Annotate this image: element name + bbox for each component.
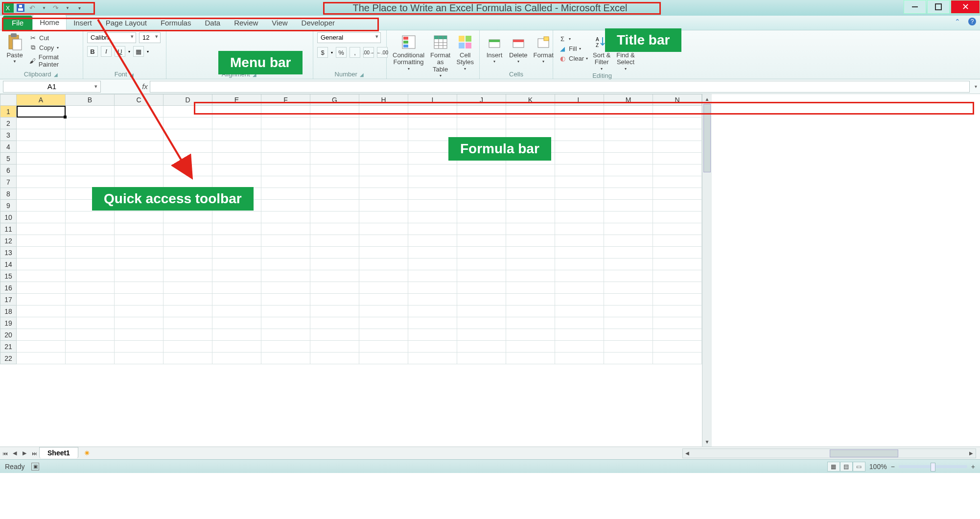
cell[interactable] [66,176,115,188]
cell[interactable] [653,353,702,364]
cell[interactable] [604,129,653,141]
underline-button[interactable]: U [115,46,125,57]
cell[interactable] [310,259,359,270]
sheet-tab-1[interactable]: Sheet1 [39,447,78,458]
cell[interactable] [163,176,212,188]
cell[interactable] [555,200,604,212]
redo-icon[interactable]: ↷ [51,3,61,13]
cell[interactable] [212,165,261,176]
cell[interactable] [653,153,702,165]
cell[interactable] [359,129,408,141]
cell[interactable] [604,106,653,118]
page-layout-view-button[interactable]: ▤ [840,462,853,472]
cell[interactable] [653,270,702,282]
cell[interactable] [163,106,212,118]
cell[interactable] [212,212,261,223]
tab-formulas[interactable]: Formulas [154,16,198,30]
cell[interactable] [261,188,310,200]
cell[interactable] [653,235,702,247]
cell[interactable] [604,317,653,329]
minimize-ribbon-icon[interactable]: ⌃ [955,18,963,26]
paste-dropdown-icon[interactable]: ▼ [13,60,17,64]
cell[interactable] [310,247,359,259]
row-header-13[interactable]: 13 [0,247,17,259]
cell[interactable] [261,235,310,247]
row-header-1[interactable]: 1 [0,106,17,118]
cell[interactable] [653,165,702,176]
cell[interactable] [310,306,359,317]
number-format-select[interactable]: General [317,32,381,43]
cell[interactable] [457,282,506,294]
cell[interactable] [310,282,359,294]
cell[interactable] [506,353,555,364]
cell[interactable] [212,247,261,259]
cell[interactable] [408,118,457,129]
cell[interactable] [359,106,408,118]
cell[interactable] [261,341,310,353]
cell[interactable] [310,106,359,118]
cell[interactable] [457,188,506,200]
cell[interactable] [457,353,506,364]
scroll-up-icon[interactable]: ▲ [702,94,712,104]
cell[interactable] [457,329,506,341]
cell[interactable] [408,235,457,247]
cell[interactable] [359,306,408,317]
cell[interactable] [66,317,115,329]
cell[interactable] [115,118,163,129]
cell[interactable] [17,259,66,270]
cell[interactable] [163,317,212,329]
cell[interactable] [310,165,359,176]
font-name-select[interactable]: Calibri [87,32,136,43]
cell[interactable] [604,153,653,165]
next-sheet-button[interactable]: ▶ [20,448,29,459]
expand-formula-bar-icon[interactable]: ▾ [975,84,980,89]
cell[interactable] [555,235,604,247]
cell[interactable] [115,153,163,165]
cell[interactable] [604,176,653,188]
cell[interactable] [261,212,310,223]
cell[interactable] [604,270,653,282]
cell[interactable] [66,259,115,270]
cell[interactable] [408,212,457,223]
cell[interactable] [506,188,555,200]
currency-dropdown-icon[interactable]: ▾ [331,50,333,55]
cell[interactable] [604,247,653,259]
cell[interactable] [261,282,310,294]
cell[interactable] [506,106,555,118]
decrease-decimal-button[interactable]: ←.00 [377,47,388,58]
cell[interactable] [163,270,212,282]
cell[interactable] [604,141,653,153]
cell[interactable] [66,129,115,141]
cell[interactable] [359,188,408,200]
cell[interactable] [555,153,604,165]
clipboard-launcher-icon[interactable]: ◢ [53,72,59,77]
cell[interactable] [457,118,506,129]
cell[interactable] [66,141,115,153]
cell[interactable] [506,118,555,129]
cell[interactable] [66,294,115,306]
cell[interactable] [457,165,506,176]
cell[interactable] [66,118,115,129]
cell[interactable] [17,106,66,118]
cell[interactable] [310,188,359,200]
cell[interactable] [212,118,261,129]
cell[interactable] [310,294,359,306]
cell[interactable] [115,294,163,306]
autosum-button[interactable]: Σ▾ [557,34,589,43]
cell[interactable] [653,306,702,317]
cell[interactable] [212,282,261,294]
zoom-level[interactable]: 100% [869,463,887,471]
cell[interactable] [17,129,66,141]
cell[interactable] [408,294,457,306]
formula-input[interactable] [150,81,970,93]
column-header-J[interactable]: J [457,94,506,106]
cell[interactable] [653,188,702,200]
cell[interactable] [115,212,163,223]
cell[interactable] [261,176,310,188]
cell[interactable] [17,176,66,188]
cell[interactable] [66,306,115,317]
border-dropdown-icon[interactable]: ▾ [147,49,149,54]
cell[interactable] [653,294,702,306]
cell[interactable] [115,329,163,341]
cell[interactable] [506,212,555,223]
